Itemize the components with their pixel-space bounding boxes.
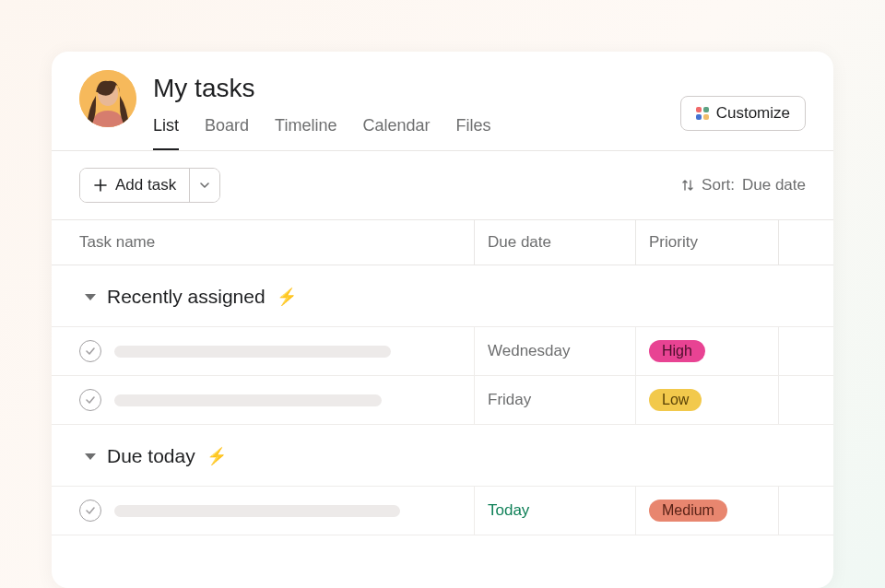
- sort-control[interactable]: Sort: Due date: [681, 176, 806, 194]
- section-name: Due today: [107, 445, 195, 467]
- task-name-placeholder: [114, 394, 382, 406]
- task-name-placeholder: [114, 505, 400, 517]
- tab-files[interactable]: Files: [455, 116, 490, 150]
- sort-icon: [681, 179, 694, 192]
- priority-pill: Medium: [649, 500, 727, 522]
- header: My tasks ListBoardTimelineCalendarFiles …: [52, 52, 833, 151]
- table-row[interactable]: TodayMedium: [52, 487, 833, 535]
- customize-label: Customize: [716, 104, 790, 123]
- priority-pill: High: [649, 340, 705, 362]
- header-main: My tasks ListBoardTimelineCalendarFiles: [153, 70, 680, 150]
- sort-value: Due date: [742, 176, 806, 194]
- column-header-priority[interactable]: Priority: [635, 220, 778, 265]
- table-row[interactable]: WednesdayHigh: [52, 327, 833, 376]
- customize-button[interactable]: Customize: [680, 96, 806, 131]
- add-task-button[interactable]: Add task: [80, 169, 189, 202]
- column-headers: Task name Due date Priority: [52, 219, 833, 265]
- customize-wrap: Customize: [680, 70, 806, 131]
- task-name-placeholder: [114, 346, 391, 358]
- cell-extra[interactable]: [778, 327, 833, 375]
- tab-list[interactable]: List: [153, 116, 179, 150]
- tab-board[interactable]: Board: [205, 116, 249, 150]
- chevron-down-icon: [199, 180, 210, 191]
- section-header[interactable]: Due today⚡: [52, 425, 833, 487]
- column-header-due[interactable]: Due date: [474, 220, 635, 265]
- cell-extra[interactable]: [778, 487, 833, 535]
- tabs: ListBoardTimelineCalendarFiles: [153, 116, 680, 150]
- toolbar: Add task Sort: Due date: [52, 151, 833, 219]
- grid-icon: [696, 107, 709, 120]
- complete-checkbox[interactable]: [79, 389, 101, 411]
- cell-due-date[interactable]: Friday: [474, 376, 635, 424]
- column-header-task[interactable]: Task name: [52, 220, 474, 265]
- page-title: My tasks: [153, 74, 680, 103]
- sort-prefix: Sort:: [702, 176, 735, 194]
- table-row[interactable]: FridayLow: [52, 376, 833, 425]
- tab-calendar[interactable]: Calendar: [362, 116, 430, 150]
- section-header[interactable]: Recently assigned⚡: [52, 265, 833, 327]
- priority-pill: Low: [649, 389, 702, 411]
- cell-task: [52, 327, 474, 375]
- bolt-icon: ⚡: [277, 287, 297, 307]
- add-task-label: Add task: [115, 176, 176, 194]
- cell-priority[interactable]: High: [635, 327, 778, 375]
- section-name: Recently assigned: [107, 286, 266, 308]
- cell-priority[interactable]: Low: [635, 376, 778, 424]
- cell-task: [52, 487, 474, 535]
- cell-task: [52, 376, 474, 424]
- complete-checkbox[interactable]: [79, 340, 101, 362]
- caret-down-icon: [85, 453, 96, 460]
- column-header-extra[interactable]: [778, 220, 833, 265]
- app-card: My tasks ListBoardTimelineCalendarFiles …: [52, 52, 833, 588]
- complete-checkbox[interactable]: [79, 500, 101, 522]
- task-table: Task name Due date Priority Recently ass…: [52, 219, 833, 588]
- plus-icon: [93, 178, 108, 193]
- cell-extra[interactable]: [778, 376, 833, 424]
- caret-down-icon: [85, 294, 96, 300]
- bolt-icon: ⚡: [206, 446, 227, 466]
- tab-timeline[interactable]: Timeline: [275, 116, 336, 150]
- cell-priority[interactable]: Medium: [635, 487, 778, 535]
- cell-due-date[interactable]: Today: [474, 487, 635, 535]
- cell-due-date[interactable]: Wednesday: [474, 327, 635, 375]
- add-task-dropdown[interactable]: [189, 169, 219, 202]
- avatar[interactable]: [79, 70, 136, 127]
- add-task-group: Add task: [79, 168, 220, 203]
